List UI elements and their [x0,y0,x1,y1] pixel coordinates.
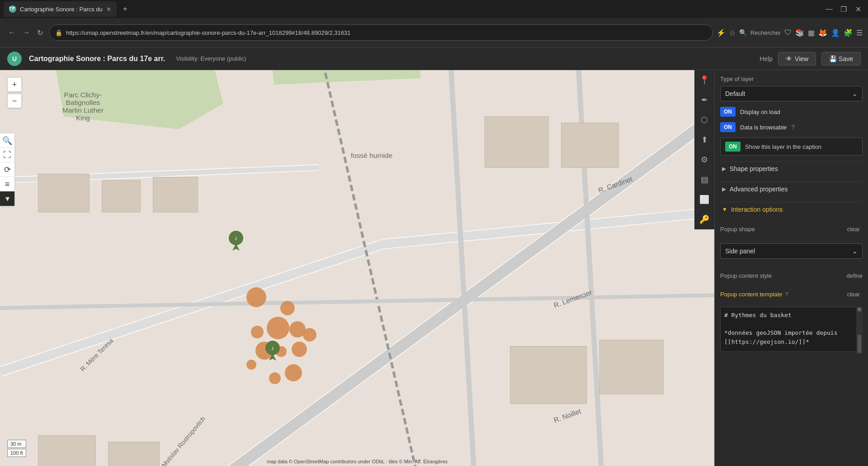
frame-tool[interactable]: ⬜ [694,190,714,209]
forward-button[interactable]: → [20,27,33,39]
tab-bar: 🗺 Cartographie Sonore : Parcs du ✕ + — ❐… [0,0,868,18]
data-browsable-label: Data is browsable [740,124,787,131]
window-minimize[interactable]: — [823,3,835,15]
advanced-properties-arrow: ▶ [722,186,726,192]
attribution-text: map data © OpenStreetMap contributors un… [267,459,448,464]
zoom-in-button[interactable]: + [7,77,22,92]
lock-icon: 🔒 [55,29,62,36]
back-button[interactable]: ← [5,27,18,39]
map-area[interactable]: Parc Clichy- Batignolles Martin Luther K… [0,70,714,466]
shape-properties-arrow: ▶ [722,166,726,172]
active-tab[interactable]: 🗺 Cartographie Sonore : Parcs du ✕ [4,1,117,17]
circle-marker-3[interactable] [267,317,289,339]
caption-toggle[interactable]: ON [725,142,741,152]
window-maximize[interactable]: ❐ [837,3,850,15]
layer-type-select[interactable]: Default ⌄ [720,86,863,101]
template-textarea[interactable] [720,307,863,352]
account-icon[interactable]: 👤 [831,29,840,37]
popup-shape-clear-button[interactable]: clear [844,225,863,233]
close-tab-button[interactable]: ✕ [106,6,111,13]
svg-text:Martin Luther: Martin Luther [62,106,104,114]
layers-button[interactable]: ≡ [0,177,14,191]
settings-tool[interactable]: ⚙ [694,150,714,170]
upload-tool[interactable]: ⬆ [694,130,714,150]
popup-shape-dropdown[interactable]: Side panel ⌄ [720,243,863,259]
template-textarea-container [720,307,863,354]
polygon-tool[interactable]: ⬡ [694,110,714,130]
svg-text:Parc Clichy-: Parc Clichy- [64,91,102,99]
address-bar[interactable]: 🔒 https://umap.openstreetmap.fr/en/map/c… [49,24,713,41]
circle-marker-10[interactable] [285,364,302,381]
menu-icon[interactable]: ☰ [856,29,863,37]
popup-content-template-label: Popup content template [720,291,782,298]
save-button[interactable]: 💾 Save [821,52,861,66]
circle-marker-4[interactable] [251,326,264,338]
rotate-button[interactable]: ⟳ [0,162,14,177]
circle-marker-2[interactable] [280,301,295,315]
display-on-load-label: Display on load [740,109,780,115]
template-label-row: Popup content template ? clear [720,287,863,301]
svg-rect-16 [153,177,198,212]
key-tool[interactable]: 🔑 [694,209,714,229]
display-on-load-toggle[interactable]: ON [720,107,736,117]
caption-label: Show this layer in the caption [745,143,821,150]
app-visibility: Visibility: Everyone (public) [176,55,246,62]
shield-icon: 🛡 [784,29,792,37]
circle-marker-1[interactable] [246,287,266,307]
bookmarks-icon[interactable]: 📚 [795,29,804,37]
layers-tool[interactable]: ▤ [694,170,714,190]
search-bar-icon: 🔍 [739,29,747,36]
scrollbar-thumb [858,308,861,311]
data-browsable-toggle[interactable]: ON [720,122,736,132]
tab-favicon: 🗺 [9,5,16,13]
zoom-out-button[interactable]: − [7,94,22,108]
template-help-icon[interactable]: ? [785,291,788,298]
search-label[interactable]: Rechercher [750,29,781,36]
extensions-icon[interactable]: 🧩 [844,29,853,37]
window-close[interactable]: ✕ [852,3,864,15]
interaction-options-header[interactable]: ▼ Interaction options [720,202,863,217]
svg-rect-18 [561,123,618,168]
shape-properties-header[interactable]: ▶ Shape properties [720,161,863,176]
circle-marker-11[interactable] [246,360,256,370]
layer-type-value: Default [725,90,745,97]
circle-marker-12[interactable] [269,372,281,384]
nav-arrows: ← → ↻ [5,27,46,39]
save-icon: 💾 [829,55,837,62]
template-clear-button[interactable]: clear [844,290,863,299]
refresh-button[interactable]: ↻ [34,27,46,39]
view-button[interactable]: 👁 View [778,52,816,66]
music-pin-1[interactable]: ♪ [228,231,244,251]
tab-title: Cartographie Sonore : Parcs du [20,6,103,13]
map-scale: 30 m 100 ft [7,440,26,457]
address-text: https://umap.openstreetmap.fr/en/map/car… [66,29,350,36]
app-actions: Help 👁 View 💾 Save [760,52,861,66]
fullscreen-button[interactable]: ⛶ [0,148,14,162]
svg-rect-20 [599,340,663,394]
help-link[interactable]: Help [760,55,773,62]
tab-grid-icon[interactable]: ▦ [808,29,815,37]
scrollbar[interactable] [856,307,863,354]
line-tool[interactable]: ✒ [694,90,714,110]
app-logo: U [7,52,22,66]
firefox-icon: 🦊 [818,29,827,37]
nav-bar: ← → ↻ 🔒 https://umap.openstreetmap.fr/en… [0,18,868,48]
popup-shape-row: Popup shape clear [720,222,863,236]
location-tool[interactable]: 📍 [694,70,714,90]
circle-marker-9[interactable] [303,328,316,342]
dropdown-button[interactable]: ▾ [0,191,14,206]
scale-bar-meters: 30 m [7,440,26,448]
layer-type-section: Type of layer Default ⌄ [720,76,863,101]
eye-icon: 👁 [786,55,792,62]
popup-content-style-define-button[interactable]: define [847,272,863,279]
translate-icon[interactable]: ⚡ [717,29,726,37]
music-pin-2[interactable]: ♪ [264,341,281,361]
layer-type-label: Type of layer [720,76,863,82]
advanced-properties-header[interactable]: ▶ Advanced properties [720,181,863,196]
bookmark-icon[interactable]: ☆ [729,29,736,37]
new-tab-button[interactable]: + [118,2,132,16]
circle-marker-8[interactable] [292,342,307,357]
data-browsable-help[interactable]: ? [791,124,795,131]
search-map-button[interactable]: 🔍 [0,133,14,148]
popup-shape-value: Side panel [725,247,755,255]
